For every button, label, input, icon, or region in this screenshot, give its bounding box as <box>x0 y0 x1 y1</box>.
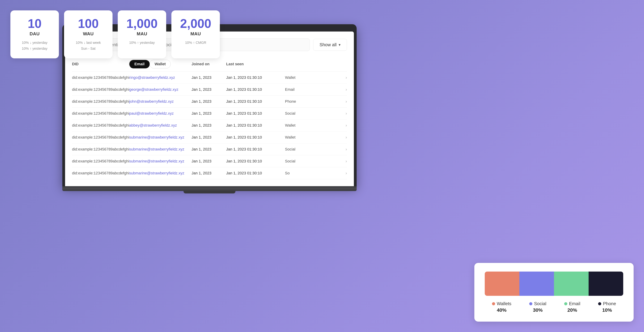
table-row[interactable]: did:example:123456789abcdefghi paul@stra… <box>72 108 347 120</box>
mau2-line-1: 10% ↑ CMGR <box>180 40 211 46</box>
did-col-label: DID <box>72 62 78 66</box>
cell-method: Social <box>285 108 306 120</box>
color-swatch-phone <box>588 271 623 296</box>
cell-last-seen: Jan 1, 2023 01:30:10 <box>226 84 285 96</box>
cell-joined: Jan 1, 2023 <box>192 155 226 167</box>
cell-did: did:example:123456789abcdefghi <box>72 120 129 131</box>
legend-label-row: Wallets <box>492 301 512 306</box>
legend-label-row: Social <box>529 301 546 306</box>
cell-joined: Jan 1, 2023 <box>192 143 226 155</box>
mau1-line-1: 10% ↑ yesterday <box>126 40 158 46</box>
cell-last-seen: Jan 1, 2023 01:30:10 <box>226 72 285 84</box>
table-row[interactable]: did:example:123456789abcdefghi submarine… <box>72 167 347 179</box>
wau-sub: 10% ↓ last week Sun - Sat <box>73 40 104 52</box>
cell-email: submarine@strawberryfieldz.xyz <box>129 131 192 143</box>
stat-card-dau: 10 DAU 10% ↓ yesterday 10% ↑ yesterday <box>10 11 59 58</box>
mau1-label: MAU <box>126 31 158 37</box>
table-row[interactable]: did:example:123456789abcdefghi submarine… <box>72 143 347 155</box>
user-table: DID Email Wallet Joined on Last seen <box>72 57 347 179</box>
cell-arrow: › <box>306 84 347 96</box>
cell-did: did:example:123456789abcdefghi <box>72 155 129 167</box>
legend-item-wallets: Wallets 40% <box>492 301 512 313</box>
cell-method: Social <box>285 143 306 155</box>
mau1-number: 1,000 <box>126 17 158 30</box>
legend-name: Wallets <box>497 301 512 306</box>
table-row[interactable]: did:example:123456789abcdefghi ringo@str… <box>72 72 347 84</box>
mau1-sub: 10% ↑ yesterday <box>126 40 158 46</box>
dau-line-2: 10% ↑ yesterday <box>19 46 50 52</box>
table-row[interactable]: did:example:123456789abcdefghi submarine… <box>72 155 347 167</box>
table-header: DID Email Wallet Joined on Last seen <box>72 57 347 72</box>
col-last-seen: Last seen <box>226 57 285 72</box>
legend-label-row: Phone <box>598 301 616 306</box>
cell-joined: Jan 1, 2023 <box>192 131 226 143</box>
col-method <box>285 57 306 72</box>
cell-joined: Jan 1, 2023 <box>192 108 226 120</box>
filter-tab-wallet[interactable]: Wallet <box>150 60 171 68</box>
cell-email: submarine@strawberryfieldz.xyz <box>129 155 192 167</box>
cell-method: Social <box>285 155 306 167</box>
col-did: DID <box>72 57 129 72</box>
cell-did: did:example:123456789abcdefghi <box>72 131 129 143</box>
mau2-label: MAU <box>180 31 211 37</box>
laptop-base <box>62 186 356 191</box>
cell-method: Phone <box>285 96 306 108</box>
dau-label: DAU <box>19 31 50 37</box>
legend-pct: 40% <box>497 307 506 313</box>
filter-tabs: Email Wallet <box>129 60 192 68</box>
cell-method: Wallet <box>285 131 306 143</box>
cell-last-seen: Jan 1, 2023 01:30:10 <box>226 155 285 167</box>
cell-arrow: › <box>306 155 347 167</box>
filter-tab-email[interactable]: Email <box>129 60 150 68</box>
legend-dot <box>529 302 532 305</box>
cell-last-seen: Jan 1, 2023 01:30:10 <box>226 167 285 179</box>
cell-arrow: › <box>306 167 347 179</box>
cell-arrow: › <box>306 120 347 131</box>
cell-email: george@strawberryfieldz.xyz <box>129 84 192 96</box>
stat-card-mau2: 2,000 MAU 10% ↑ CMGR <box>172 11 220 58</box>
table-body: did:example:123456789abcdefghi ringo@str… <box>72 72 347 179</box>
cell-arrow: › <box>306 72 347 84</box>
cell-did: did:example:123456789abcdefghi <box>72 143 129 155</box>
cell-email: submarine@strawberryfieldz.xyz <box>129 167 192 179</box>
cell-last-seen: Jan 1, 2023 01:30:10 <box>226 108 285 120</box>
cell-last-seen: Jan 1, 2023 01:30:10 <box>226 120 285 131</box>
cell-email: ringo@strawberryfieldz.xyz <box>129 72 192 84</box>
cell-arrow: › <box>306 96 347 108</box>
table-row[interactable]: did:example:123456789abcdefghi abbey@str… <box>72 120 347 131</box>
color-swatch-social <box>519 271 554 296</box>
chevron-down-icon: ▾ <box>338 43 340 47</box>
legend-dot <box>598 302 601 305</box>
col-arrow <box>306 57 347 72</box>
cell-did: did:example:123456789abcdefghi <box>72 108 129 120</box>
cell-arrow: › <box>306 131 347 143</box>
color-swatches <box>485 271 623 296</box>
legend-item-social: Social 30% <box>529 301 546 313</box>
mau2-number: 2,000 <box>180 17 211 30</box>
cell-email: abbey@strawberryfieldz.xyz <box>129 120 192 131</box>
legend-name: Email <box>569 301 580 306</box>
table-row[interactable]: did:example:123456789abcdefghi george@st… <box>72 84 347 96</box>
wau-line-2: Sun - Sat <box>73 46 104 52</box>
legend-dot <box>492 302 495 305</box>
cell-email: submarine@strawberryfieldz.xyz <box>129 143 192 155</box>
col-identifier: Email Wallet <box>129 57 192 72</box>
cell-method: So <box>285 167 306 179</box>
cell-method: Wallet <box>285 72 306 84</box>
table-row[interactable]: did:example:123456789abcdefghi submarine… <box>72 131 347 143</box>
wau-label: WAU <box>73 31 104 37</box>
legend-pct: 10% <box>602 307 612 313</box>
cell-did: did:example:123456789abcdefghi <box>72 84 129 96</box>
cell-email: john@strawberryfieldz.xyz <box>129 96 192 108</box>
cell-arrow: › <box>306 143 347 155</box>
show-all-button[interactable]: Show all ▾ <box>313 39 347 51</box>
dau-sub: 10% ↓ yesterday 10% ↑ yesterday <box>19 40 50 52</box>
table-row[interactable]: did:example:123456789abcdefghi john@stra… <box>72 96 347 108</box>
cell-joined: Jan 1, 2023 <box>192 84 226 96</box>
cell-did: did:example:123456789abcdefghi <box>72 72 129 84</box>
legend-pct: 30% <box>533 307 542 313</box>
dau-number: 10 <box>19 17 50 30</box>
legend-items: Wallets 40% Social 30% Email 20% Phone 1… <box>485 301 623 313</box>
color-swatch-wallets <box>485 271 519 296</box>
color-swatch-email <box>554 271 588 296</box>
